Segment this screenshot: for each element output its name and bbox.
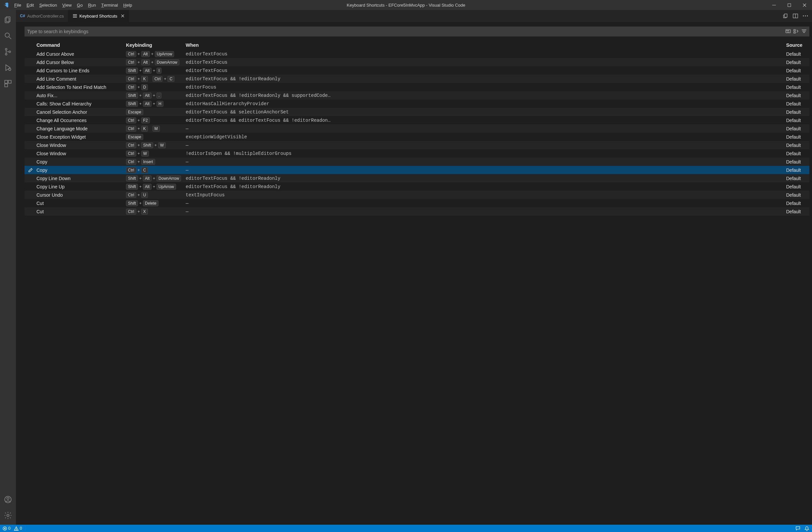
- menu-selection[interactable]: Selection: [37, 0, 59, 10]
- source-cell: Default: [786, 159, 809, 164]
- gear-icon[interactable]: [0, 507, 16, 523]
- command-cell: Calls: Show Call Hierarchy: [37, 101, 126, 106]
- when-cell: exceptionWidgetVisible: [186, 134, 786, 140]
- svg-point-23: [803, 16, 804, 17]
- command-cell: Copy: [37, 159, 126, 164]
- tab-actions: [779, 10, 812, 22]
- menu-help[interactable]: Help: [121, 0, 135, 10]
- table-row[interactable]: CutShift+Delete—Default: [25, 199, 809, 207]
- explorer-icon[interactable]: [0, 12, 16, 28]
- search-icon[interactable]: [0, 28, 16, 44]
- table-row[interactable]: CopyCtrl+C—Default: [25, 166, 809, 174]
- column-command[interactable]: Command: [37, 42, 126, 48]
- account-icon[interactable]: [0, 491, 16, 507]
- status-errors[interactable]: 0: [3, 526, 11, 531]
- when-cell: editorTextFocus && selectionAnchorSet: [186, 110, 786, 115]
- extensions-icon[interactable]: [0, 76, 16, 91]
- when-cell: —: [186, 143, 786, 148]
- source-cell: Default: [786, 192, 809, 198]
- keybinding-cell: Ctrl+X: [126, 209, 186, 215]
- open-changes-icon[interactable]: [783, 13, 788, 18]
- command-cell: Copy Line Down: [37, 176, 126, 181]
- tab[interactable]: Keyboard Shortcuts: [68, 10, 129, 22]
- filter-icon[interactable]: [801, 29, 807, 34]
- svg-rect-31: [794, 30, 795, 31]
- when-cell: editorHasCallHierarchyProvider: [186, 101, 786, 106]
- edit-icon[interactable]: [25, 168, 37, 172]
- table-row[interactable]: CutCtrl+X—Default: [25, 207, 809, 216]
- close-button[interactable]: [797, 0, 812, 10]
- menu-file[interactable]: File: [12, 0, 24, 10]
- table-row[interactable]: Copy Line UpShift+Alt+UpArroweditorTextF…: [25, 183, 809, 191]
- source-control-icon[interactable]: [0, 44, 16, 60]
- table-row[interactable]: Calls: Show Call HierarchyShift+Alt+Hedi…: [25, 100, 809, 108]
- column-keybinding[interactable]: Keybinding: [126, 42, 186, 48]
- status-warnings[interactable]: 0: [14, 526, 22, 531]
- keybinding-cell: Ctrl+KCtrl+C: [126, 76, 186, 82]
- table-row[interactable]: Copy Line DownShift+Alt+DownArroweditorT…: [25, 174, 809, 183]
- svg-marker-9: [6, 65, 10, 70]
- svg-rect-11: [5, 80, 8, 83]
- search-row: [25, 27, 809, 37]
- svg-rect-26: [786, 30, 791, 33]
- table-row[interactable]: Cancel Selection AnchorEscapeeditorTextF…: [25, 108, 809, 116]
- source-cell: Default: [786, 151, 809, 156]
- bell-icon[interactable]: [804, 526, 809, 531]
- table-row[interactable]: Close WindowCtrl+Shift+W—Default: [25, 141, 809, 149]
- close-icon[interactable]: [121, 14, 125, 18]
- record-keys-icon[interactable]: [785, 29, 791, 34]
- warnings-count: 0: [20, 526, 22, 531]
- run-debug-icon[interactable]: [0, 60, 16, 76]
- command-cell: Add Selection To Next Find Match: [37, 85, 126, 90]
- table-row[interactable]: Add Selection To Next Find MatchCtrl+Ded…: [25, 83, 809, 91]
- table-row[interactable]: Close WindowCtrl+W!editorIsOpen && !mult…: [25, 149, 809, 158]
- keybinding-cell: Shift+Alt+I: [126, 68, 186, 74]
- table-row[interactable]: Auto Fix...Shift+Alt+.editorTextFocus &&…: [25, 91, 809, 100]
- keybinding-cell: Ctrl+D: [126, 84, 186, 90]
- svg-point-7: [5, 53, 7, 55]
- command-cell: Cancel Selection Anchor: [37, 110, 126, 115]
- svg-rect-13: [5, 84, 8, 87]
- feedback-icon[interactable]: [795, 526, 800, 531]
- minimize-button[interactable]: [766, 0, 782, 10]
- svg-point-8: [9, 51, 11, 53]
- editor-area: C#AuthorController.csKeyboard Shortcuts …: [16, 10, 812, 525]
- menu-run[interactable]: Run: [85, 0, 99, 10]
- csharp-file-icon: C#: [20, 13, 25, 18]
- search-input[interactable]: [27, 29, 782, 34]
- column-source[interactable]: Source: [786, 42, 809, 48]
- table-row[interactable]: Add Cursors to Line EndsShift+Alt+Iedito…: [25, 66, 809, 75]
- maximize-button[interactable]: [782, 0, 797, 10]
- split-editor-icon[interactable]: [793, 13, 798, 18]
- menu-edit[interactable]: Edit: [24, 0, 37, 10]
- column-when[interactable]: When: [186, 42, 786, 48]
- source-cell: Default: [786, 52, 809, 57]
- more-icon[interactable]: [803, 15, 808, 17]
- vscode-logo-icon: [0, 2, 12, 8]
- when-cell: —: [186, 159, 786, 164]
- keybinding-cell: Shift+Alt+.: [126, 92, 186, 99]
- table-row[interactable]: Add Line CommentCtrl+KCtrl+CeditorTextFo…: [25, 75, 809, 83]
- table-row[interactable]: Change Language ModeCtrl+KM—Default: [25, 124, 809, 133]
- table-row[interactable]: Add Cursor AboveCtrl+Alt+UpArroweditorTe…: [25, 50, 809, 58]
- source-cell: Default: [786, 209, 809, 214]
- menu-view[interactable]: View: [60, 0, 74, 10]
- activity-bottom: [0, 491, 16, 523]
- table-row[interactable]: Close Exception WidgetEscapeexceptionWid…: [25, 133, 809, 141]
- svg-point-38: [16, 529, 16, 530]
- command-cell: Cut: [37, 201, 126, 206]
- table-row[interactable]: Add Cursor BelowCtrl+Alt+DownArroweditor…: [25, 58, 809, 66]
- sort-precedence-icon[interactable]: [794, 29, 799, 34]
- keyboard-icon: [72, 13, 77, 18]
- keybinding-cell: Shift+Alt+H: [126, 101, 186, 107]
- table-row[interactable]: Change All OccurrencesCtrl+F2editorTextF…: [25, 116, 809, 124]
- source-cell: Default: [786, 143, 809, 148]
- menu-terminal[interactable]: Terminal: [99, 0, 121, 10]
- tab[interactable]: C#AuthorController.cs: [16, 10, 68, 22]
- table-row[interactable]: Cursor UndoCtrl+UtextInputFocusDefault: [25, 191, 809, 199]
- keybinding-cell: Ctrl+Shift+W: [126, 142, 186, 148]
- grid-header: Command Keybinding When Source: [25, 41, 809, 50]
- table-row[interactable]: CopyCtrl+Insert—Default: [25, 158, 809, 166]
- command-cell: Add Cursor Above: [37, 52, 126, 57]
- menu-go[interactable]: Go: [74, 0, 85, 10]
